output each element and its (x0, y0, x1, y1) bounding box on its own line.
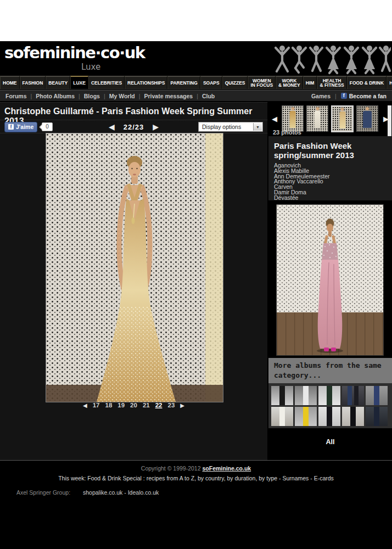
album-thumbnail[interactable] (366, 407, 388, 426)
facebook-icon: f (341, 93, 347, 99)
site-footer: Copyright © 1999-2012 soFeminine.co.uk T… (0, 460, 392, 549)
copyright-line: Copyright © 1999-2012 soFeminine.co.uk (0, 465, 392, 472)
copyright-text: Copyright © 1999-2012 (141, 465, 203, 472)
nav-item-fashion[interactable]: FASHION (20, 76, 46, 89)
nav-item-relationships[interactable]: RELATIONSHIPS (125, 76, 167, 89)
photo-count-label: 23 photos (273, 129, 301, 136)
nav-item-women-in-focus[interactable]: WOMEN IN FOCUS (248, 76, 276, 89)
album-thumbnail[interactable] (295, 386, 317, 405)
album-thumbnail[interactable] (318, 407, 340, 426)
facebook-like-widget: f J'aime 0 (4, 122, 53, 132)
album-thumbnail[interactable] (366, 386, 388, 405)
main-runway-photo[interactable] (46, 133, 223, 402)
facebook-icon: f (8, 124, 14, 130)
gallery-title: Christophe Guillarmé - Paris Fashion Wee… (0, 102, 267, 120)
next-photo-icon[interactable]: ▶ (153, 123, 159, 131)
thumbnail-figure (363, 111, 372, 128)
designer-list: Aganovich Alexis Mabille Ann Demeulemees… (274, 163, 387, 201)
nav-item-quizzes[interactable]: QUIZZES (222, 76, 248, 89)
nav-item-home[interactable]: HOME (0, 76, 20, 89)
subnav-forums[interactable]: Forums (5, 93, 27, 99)
previous-photo-icon[interactable]: ◀ (109, 123, 115, 131)
subnav-separator: | (335, 93, 337, 99)
album-thumbnail[interactable] (295, 407, 317, 426)
nav-item-soaps[interactable]: SOAPS (200, 76, 222, 89)
this-week-line[interactable]: This week: Food & Drink Special : recipe… (0, 475, 392, 481)
carousel-thumbnail-4[interactable] (356, 105, 378, 132)
axel-springer-line: Axel Springer Group: shopalike.co.uk - I… (16, 489, 392, 496)
album-thumbnail[interactable] (342, 386, 364, 405)
site-header: sofeminine·co·uk Luxe (0, 41, 392, 76)
sofeminine-footer-link[interactable]: soFeminine.co.uk (202, 465, 251, 472)
sidebar-runway-photo[interactable] (276, 204, 384, 356)
primary-navigation: HOME FASHION BEAUTY LUXE CELEBRITIES REL… (0, 76, 392, 89)
nav-item-him[interactable]: HIM (303, 76, 317, 89)
nav-item-health-fitness[interactable]: HEALTH & FITNESS (317, 76, 346, 89)
subnav-private-messages[interactable]: Private messages (135, 93, 193, 99)
become-a-fan-link[interactable]: Become a fan (349, 93, 387, 99)
nav-item-luxe[interactable]: LUXE (70, 76, 88, 89)
album-thumbnail[interactable] (318, 386, 340, 405)
axel-springer-label: Axel Springer Group: (16, 489, 70, 496)
album-thumbnail[interactable] (271, 407, 293, 426)
carousel-previous-icon[interactable]: ◀ (272, 115, 277, 123)
next-page-icon[interactable]: ▶ (180, 402, 184, 408)
album-title[interactable]: Paris Fashion Week spring/summer 2013 (274, 141, 378, 160)
photo-navigation: ◀ 22/23 ▶ (109, 123, 159, 131)
nav-item-work-money[interactable]: WORK & MONEY (276, 76, 303, 89)
thumbnail-figure (290, 111, 296, 128)
thumbnail-pagination: ◀ 17 18 19 20 21 22 23 ▶ (0, 402, 267, 408)
album-thumbnail[interactable] (342, 407, 364, 426)
nav-item-beauty[interactable]: BEAUTY (46, 76, 70, 89)
site-logo[interactable]: sofeminine·co·uk (4, 43, 145, 62)
nav-item-parenting[interactable]: PARENTING (167, 76, 200, 89)
gallery-main-panel: Christophe Guillarmé - Paris Fashion Wee… (0, 102, 267, 460)
site-logo-luxe-label: Luxe (81, 62, 100, 72)
subnav-games[interactable]: Games (311, 93, 331, 99)
subnav-photo-albums[interactable]: Photo Albums (27, 93, 75, 99)
sofeminine-gallery-page: sofeminine·co·uk Luxe HOME FASHION BEAUT… (0, 0, 392, 549)
gallery-sidebar: ◀ ▶ 23 photos Paris Fashion Week spring/… (268, 102, 392, 460)
jumping-people-illustration (275, 43, 391, 75)
previous-page-icon[interactable]: ◀ (83, 402, 87, 408)
page-edge-sliver (388, 105, 391, 137)
page-link-23[interactable]: 23 (167, 402, 175, 408)
carousel-thumbnail-2[interactable] (306, 105, 328, 132)
page-link-21[interactable]: 21 (143, 402, 150, 408)
facebook-like-count: 0 (42, 122, 53, 131)
facebook-like-label: J'aime (16, 124, 33, 130)
photo-position-counter: 22/23 (124, 123, 144, 131)
community-links: Forums Photo Albums Blogs My World Priva… (5, 93, 215, 99)
thumbnail-figure (339, 111, 345, 128)
display-options-value: Display options (202, 124, 241, 130)
display-options-select[interactable]: Display options ▼ (198, 122, 263, 132)
carousel-thumbnail-3-selected[interactable] (331, 105, 354, 132)
facebook-like-button[interactable]: f J'aime (4, 122, 37, 132)
subnav-club[interactable]: Club (193, 93, 215, 99)
designer-link-devastee[interactable]: Dévastée (274, 195, 387, 201)
page-link-20[interactable]: 20 (130, 402, 137, 408)
page-link-17[interactable]: 17 (93, 402, 100, 408)
nav-item-horoscopes[interactable]: HOROSCOPES (387, 76, 392, 89)
subnav-blogs[interactable]: Blogs (75, 93, 100, 99)
carousel-thumbnail-1[interactable] (282, 105, 304, 132)
nav-item-food-drink[interactable]: FOOD & DRINK (347, 76, 387, 89)
secondary-navigation: Forums Photo Albums Blogs My World Priva… (0, 90, 392, 102)
subnav-my-world[interactable]: My World (100, 93, 135, 99)
thumbnail-figure (315, 111, 321, 128)
all-albums-link[interactable]: All (268, 438, 392, 446)
album-thumbnail[interactable] (271, 386, 293, 405)
gallery-controls: f J'aime 0 ◀ 22/23 ▶ Display options ▼ (0, 121, 267, 133)
more-albums-heading: More albums from the same category... (268, 358, 392, 384)
album-info-box: Paris Fashion Week spring/summer 2013 Ag… (268, 136, 392, 200)
subnav-right: Games | f Become a fan (311, 93, 387, 99)
page-link-19[interactable]: 19 (117, 402, 125, 408)
axel-springer-links[interactable]: shopalike.co.uk - Idealo.co.uk (83, 489, 159, 496)
page-link-18[interactable]: 18 (105, 402, 113, 408)
page-link-22-current[interactable]: 22 (155, 402, 163, 408)
chevron-down-icon[interactable]: ▼ (253, 123, 262, 131)
nav-item-celebrities[interactable]: CELEBRITIES (88, 76, 125, 89)
gold-dress-photo-illustration (46, 133, 223, 402)
pink-dress-photo-illustration (277, 205, 383, 355)
related-albums-grid (268, 383, 392, 428)
